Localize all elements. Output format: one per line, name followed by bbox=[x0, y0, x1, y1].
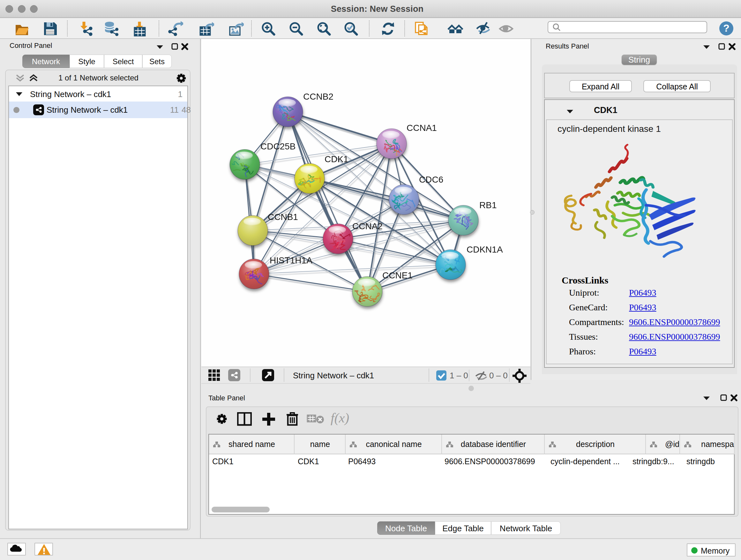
svg-text:CCNB2: CCNB2 bbox=[303, 91, 333, 102]
svg-text:CDKN1A: CDKN1A bbox=[467, 245, 503, 254]
svg-text:CCNE1: CCNE1 bbox=[382, 270, 413, 280]
svg-text:CCNA1: CCNA1 bbox=[407, 123, 437, 133]
svg-text:RB1: RB1 bbox=[479, 200, 496, 210]
svg-text:HIST1H1A: HIST1H1A bbox=[270, 255, 313, 265]
svg-text:CDC6: CDC6 bbox=[419, 175, 443, 185]
svg-text:CDK1: CDK1 bbox=[325, 154, 348, 164]
svg-text:CCNA2: CCNA2 bbox=[352, 221, 383, 231]
svg-text:CCNB1: CCNB1 bbox=[268, 212, 298, 222]
svg-text:?: ? bbox=[723, 22, 730, 34]
svg-text:CDC25B: CDC25B bbox=[260, 141, 295, 151]
